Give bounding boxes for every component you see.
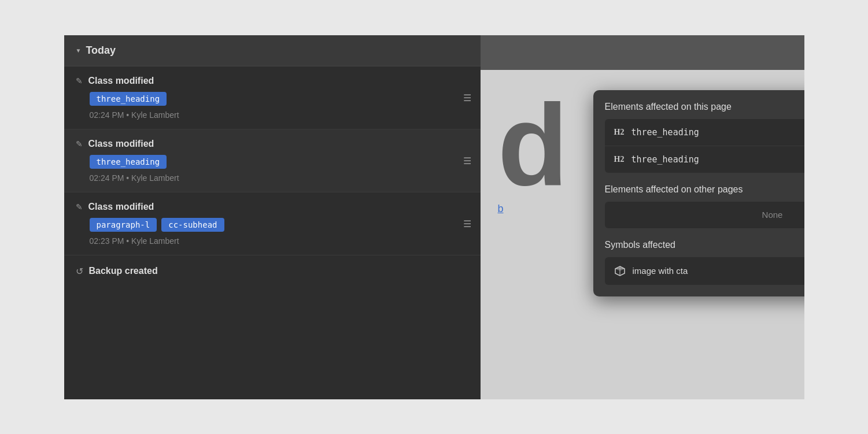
affected-page-item-2: H2 three_heading: [605, 146, 804, 173]
tag-three-heading-2: three_heading: [90, 155, 167, 169]
section1-title: Elements affected on this page: [605, 102, 804, 112]
item-title-1: Class modified: [88, 76, 154, 86]
h2-badge-2: H2: [614, 155, 625, 164]
history-item-2[interactable]: ✎ Class modified three_heading 02:24 PM …: [64, 129, 481, 192]
list-icon-2[interactable]: ☰: [463, 155, 471, 166]
item-meta-3: 02:23 PM • Kyle Lambert: [76, 236, 469, 246]
tag-paragraph-l: paragraph-l: [90, 218, 157, 232]
today-label: Today: [86, 44, 116, 57]
item-meta-2: 02:24 PM • Kyle Lambert: [76, 173, 469, 183]
affected-page-item-1: H2 three_heading: [605, 119, 804, 146]
item-tags-2: three_heading: [76, 155, 469, 169]
edit-icon-2: ✎: [76, 139, 83, 149]
history-item-1[interactable]: ✎ Class modified three_heading 02:24 PM …: [64, 66, 481, 129]
tag-cc-subhead: cc-subhead: [161, 218, 224, 232]
item-tags-3: paragraph-l cc-subhead: [76, 218, 469, 232]
list-icon-1[interactable]: ☰: [463, 92, 471, 103]
none-text: None: [762, 210, 783, 220]
symbol-name: image with cta: [633, 266, 688, 276]
item-title-3: Class modified: [88, 202, 154, 212]
history-panel: ▼ Today ✎ Class modified three_heading 0…: [64, 35, 481, 399]
none-box: None: [605, 202, 804, 228]
page-preview: d b Elements affected on this page H2 th…: [481, 35, 804, 399]
section3-title: Symbols affected: [605, 240, 804, 250]
tag-three-heading-1: three_heading: [90, 92, 167, 106]
list-icon-3[interactable]: ☰: [463, 218, 471, 229]
item-tags-1: three_heading: [76, 92, 469, 106]
tooltip-panel: Elements affected on this page H2 three_…: [593, 90, 804, 296]
section2-title: Elements affected on other pages: [605, 184, 804, 195]
edit-icon-3: ✎: [76, 202, 83, 212]
cube-icon: [614, 265, 626, 277]
backup-title: Backup created: [89, 266, 158, 276]
item-title-2: Class modified: [88, 139, 154, 149]
svg-marker-3: [615, 266, 625, 271]
today-header: ▼ Today: [64, 35, 481, 66]
symbol-item: image with cta: [605, 257, 804, 285]
backup-item[interactable]: ↺ Backup created: [64, 255, 481, 287]
preview-bar: [481, 35, 804, 70]
item-meta-1: 02:24 PM • Kyle Lambert: [76, 110, 469, 120]
edit-icon-1: ✎: [76, 76, 83, 86]
chevron-down-icon: ▼: [76, 47, 82, 54]
affected-name-1: three_heading: [631, 127, 699, 138]
affected-on-page-list: H2 three_heading H2 three_heading: [605, 119, 804, 173]
history-item-3[interactable]: ✎ Class modified paragraph-l cc-subhead …: [64, 192, 481, 255]
backup-icon: ↺: [76, 266, 83, 277]
h2-badge-1: H2: [614, 128, 625, 137]
affected-name-2: three_heading: [631, 154, 699, 165]
